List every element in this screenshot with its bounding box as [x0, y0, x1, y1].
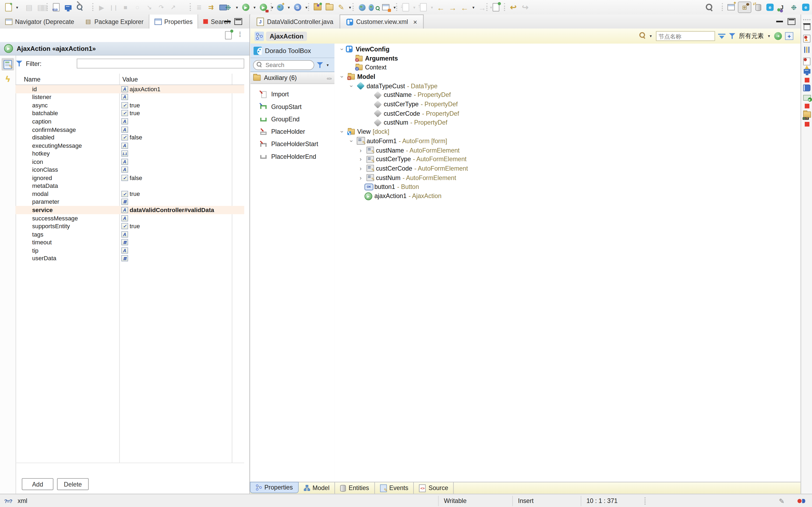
- element-filter-icon[interactable]: [729, 33, 736, 39]
- outline-view-icon[interactable]: [803, 34, 811, 43]
- search-web-icon[interactable]: [368, 2, 379, 13]
- minimize-view-icon[interactable]: [224, 21, 231, 22]
- last-edit-back-icon[interactable]: ←: [436, 2, 446, 13]
- collapse-all-icon[interactable]: [718, 33, 726, 39]
- toolbox-item-placeholder[interactable]: PlaceHolder: [250, 125, 335, 138]
- toolbox-filter-dropdown-icon[interactable]: ▾: [326, 62, 330, 67]
- close-tab-icon[interactable]: ×: [413, 18, 417, 25]
- tree-node-custcercode-element[interactable]: › ✎ custCerCode- AutoFormElement: [335, 164, 468, 173]
- property-editor-icon[interactable]: ✎: [2, 58, 14, 70]
- table-row[interactable]: hotkey1.1: [16, 150, 244, 158]
- tree-node-context[interactable]: @ Context: [335, 63, 389, 72]
- web-browser-icon[interactable]: [357, 2, 367, 13]
- pause-icon[interactable]: ❘❘: [108, 2, 119, 13]
- toolbox-item-groupstart[interactable]: GroupStart: [250, 101, 335, 113]
- toolbox-item-import[interactable]: Import: [250, 88, 335, 101]
- tree-node-datatypecust[interactable]: › dataTypeCust- DataType: [335, 81, 438, 91]
- caret-position-status[interactable]: 10 : 1 : 371: [586, 494, 618, 507]
- clear-console-icon[interactable]: [75, 2, 85, 13]
- tree-node-button1[interactable]: OK button1- Button: [335, 182, 419, 191]
- table-row[interactable]: iconClassA: [16, 166, 244, 174]
- chevron-right-icon[interactable]: ›: [357, 166, 364, 172]
- step-return-icon[interactable]: ↗: [168, 2, 178, 13]
- chevron-down-icon[interactable]: ›: [347, 138, 355, 144]
- previous-annotation-dropdown-icon[interactable]: ▾: [430, 5, 434, 9]
- perspective-eclipse-icon[interactable]: e: [765, 2, 775, 13]
- open-type-icon[interactable]: [312, 2, 323, 13]
- chevron-down-icon[interactable]: ›: [338, 129, 346, 135]
- undo-icon[interactable]: ↩: [508, 2, 519, 13]
- help-book-icon[interactable]: [803, 83, 811, 92]
- step-filters-icon[interactable]: ≣: [194, 2, 205, 13]
- table-row[interactable]: tagsA: [16, 230, 244, 238]
- marker-pen-icon[interactable]: ✎: [336, 2, 347, 13]
- section-collapse-icon[interactable]: «»: [327, 75, 332, 80]
- table-row[interactable]: modal✓true: [16, 190, 244, 198]
- problems-view-icon[interactable]: [803, 57, 811, 65]
- search-view-red-icon-2[interactable]: [803, 102, 811, 110]
- search-view-red-icon[interactable]: [803, 76, 811, 84]
- search-view-red-icon-3[interactable]: [803, 120, 811, 128]
- tree-node-custcertype-property[interactable]: custCerType- PropertyDef: [335, 100, 458, 109]
- tree-node-model[interactable]: › M Model: [335, 72, 377, 81]
- tree-node-custname-property[interactable]: custName- PropertyDef: [335, 91, 451, 100]
- binary-file-icon[interactable]: 010: [51, 2, 61, 13]
- bottom-tab-entities[interactable]: Entities: [335, 482, 375, 494]
- table-row[interactable]: metaData: [16, 182, 244, 190]
- table-row[interactable]: serviceAdataValidController#validData: [16, 206, 244, 214]
- perspective-java-icon[interactable]: J: [777, 2, 787, 13]
- perspective-eclipse-2-icon[interactable]: e: [801, 2, 811, 13]
- tree-node-autoform1[interactable]: › ✎ autoForm1- AutoForm [form]: [335, 136, 447, 146]
- perspective-database-icon[interactable]: ⇄: [753, 2, 763, 13]
- node-search-icon[interactable]: [639, 32, 645, 38]
- status-drag-handle-icon[interactable]: [645, 494, 647, 507]
- table-row[interactable]: parameter≣: [16, 198, 244, 206]
- tree-node-custcertype-element[interactable]: › ✎ custCerType- AutoFormElement: [335, 155, 467, 164]
- toolbox-item-groupend[interactable]: GroupEnd: [250, 113, 335, 125]
- restore-pane-icon[interactable]: [803, 23, 811, 31]
- tree-node-ajaxaction1[interactable]: ▶ ajaxAction1- AjaxAction: [335, 191, 442, 201]
- table-row[interactable]: ignored✓false: [16, 174, 244, 182]
- resume-icon[interactable]: ▶: [96, 2, 107, 13]
- table-row[interactable]: userData≣: [16, 254, 244, 262]
- perspective-dorado-icon[interactable]: ⊞: [738, 2, 751, 13]
- back-dropdown-icon[interactable]: ▾: [471, 5, 475, 9]
- table-row[interactable]: async✓true: [16, 101, 244, 109]
- column-name[interactable]: Name: [16, 75, 111, 82]
- tree-node-custcercode-property[interactable]: custCerCode- PropertyDef: [335, 109, 459, 118]
- toolbox-item-placeholderstart[interactable]: PlaceHolderStart: [250, 138, 335, 151]
- table-row[interactable]: successMessageA: [16, 214, 244, 222]
- table-row[interactable]: iconA: [16, 158, 244, 166]
- tree-node-viewconfig[interactable]: › ViewConfig: [335, 45, 392, 54]
- back-icon[interactable]: ←: [459, 2, 470, 13]
- previous-annotation-icon[interactable]: ↑: [418, 2, 428, 13]
- table-row[interactable]: supportsEntity✓true: [16, 222, 244, 230]
- view-menu-icon[interactable]: ⁞: [239, 31, 241, 39]
- tree-node-view[interactable]: › ▚ View[dock]: [335, 127, 389, 136]
- tab-datavalidcontroller-java[interactable]: J DataValidController.java: [250, 14, 340, 29]
- node-search-dropdown-icon[interactable]: ▾: [649, 34, 653, 38]
- soap-service-icon[interactable]: S: [292, 2, 303, 13]
- filter-input[interactable]: [77, 59, 244, 69]
- editor-maximize-icon[interactable]: [788, 18, 795, 25]
- add-window-icon[interactable]: +: [785, 32, 794, 40]
- tab-customer-view-xml[interactable]: Customer.view.xml ×: [340, 14, 424, 29]
- chevron-right-icon[interactable]: ›: [357, 175, 364, 181]
- table-row[interactable]: listenerA: [16, 93, 244, 101]
- console-icon[interactable]: [63, 2, 73, 13]
- perspective-debug-icon[interactable]: ❉: [789, 2, 799, 13]
- chevron-right-icon[interactable]: ›: [357, 156, 364, 163]
- git-repositories-icon[interactable]: GIT: [803, 110, 811, 119]
- tree-node-custname-element[interactable]: › ✎ custName- AutoFormElement: [335, 146, 460, 155]
- step-over-icon[interactable]: ↷: [156, 2, 167, 13]
- tab-properties[interactable]: Properties: [149, 14, 198, 29]
- step-into-icon[interactable]: ↘: [144, 2, 155, 13]
- pen-dropdown-icon[interactable]: ▾: [348, 5, 352, 9]
- disconnect-icon[interactable]: ◌: [132, 2, 142, 13]
- console-view-icon[interactable]: [803, 67, 811, 75]
- tab-navigator[interactable]: Navigator (Deprecate: [0, 14, 79, 29]
- redo-icon[interactable]: ↪: [520, 2, 531, 13]
- events-bolt-icon[interactable]: ϟ: [2, 73, 14, 85]
- new-web-service-icon[interactable]: ✦: [275, 2, 285, 13]
- table-row[interactable]: confirmMessageA: [16, 125, 244, 133]
